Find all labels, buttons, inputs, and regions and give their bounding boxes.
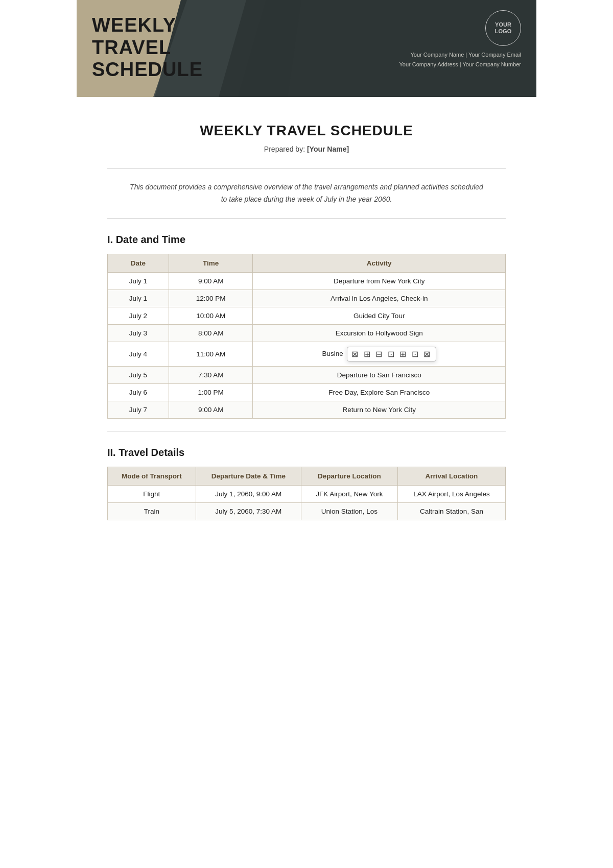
table-row: July 79:00 AMReturn to New York City bbox=[108, 401, 506, 418]
col-date: Date bbox=[108, 254, 169, 272]
section2-title: II. Travel Details bbox=[107, 447, 506, 459]
header-right: YOUR LOGO Your Company Name | Your Compa… bbox=[399, 10, 521, 69]
section-date-time: I. Date and Time Date Time Activity July… bbox=[107, 234, 506, 419]
table-row: July 19:00 AMDeparture from New York Cit… bbox=[108, 272, 506, 290]
table-row: July 112:00 PMArrival in Los Angeles, Ch… bbox=[108, 290, 506, 307]
col-dep-location: Departure Location bbox=[301, 467, 397, 485]
table-row: July 210:00 AMGuided City Tour bbox=[108, 307, 506, 324]
date-time-table: Date Time Activity July 19:00 AMDepartur… bbox=[107, 254, 506, 419]
col-transport: Mode of Transport bbox=[108, 467, 196, 485]
table-row: TrainJuly 5, 2060, 7:30 AMUnion Station,… bbox=[108, 502, 506, 520]
prepared-by: Prepared by: [Your Name] bbox=[107, 145, 506, 153]
table-row: FlightJuly 1, 2060, 9:00 AMJFK Airport, … bbox=[108, 485, 506, 502]
table-row: July 61:00 PMFree Day, Explore San Franc… bbox=[108, 383, 506, 401]
main-content: WEEKLY TRAVEL SCHEDULE Prepared by: [You… bbox=[77, 97, 536, 541]
document-title: WEEKLY TRAVEL SCHEDULE bbox=[107, 123, 506, 139]
company-info: Your Company Name | Your Company Email Y… bbox=[399, 50, 521, 69]
toolbar-popup: ⊠ ⊞ ⊟ ⊡ ⊞ ⊡ ⊠ bbox=[347, 347, 436, 361]
section1-title: I. Date and Time bbox=[107, 234, 506, 246]
divider-3 bbox=[107, 431, 506, 431]
col-time: Time bbox=[169, 254, 253, 272]
travel-details-table: Mode of Transport Departure Date & Time … bbox=[107, 467, 506, 520]
page-header: WEEKLY TRAVEL SCHEDULE YOUR LOGO Your Co… bbox=[77, 0, 536, 97]
table-row: July 411:00 AMBusine ⊠ ⊞ ⊟ ⊡ ⊞ ⊡ ⊠ bbox=[108, 342, 506, 366]
col-departure-dt: Departure Date & Time bbox=[196, 467, 301, 485]
header-title: WEEKLY TRAVEL SCHEDULE bbox=[92, 14, 203, 81]
table-row: July 38:00 AMExcursion to Hollywood Sign bbox=[108, 324, 506, 342]
divider-1 bbox=[107, 168, 506, 169]
intro-text: This document provides a comprehensive o… bbox=[107, 181, 506, 206]
col-activity: Activity bbox=[253, 254, 506, 272]
section-travel-details: II. Travel Details Mode of Transport Dep… bbox=[107, 447, 506, 520]
col-arr-location: Arrival Location bbox=[397, 467, 505, 485]
table-row: July 57:30 AMDeparture to San Francisco bbox=[108, 366, 506, 383]
divider-2 bbox=[107, 218, 506, 219]
company-logo: YOUR LOGO bbox=[485, 10, 521, 46]
